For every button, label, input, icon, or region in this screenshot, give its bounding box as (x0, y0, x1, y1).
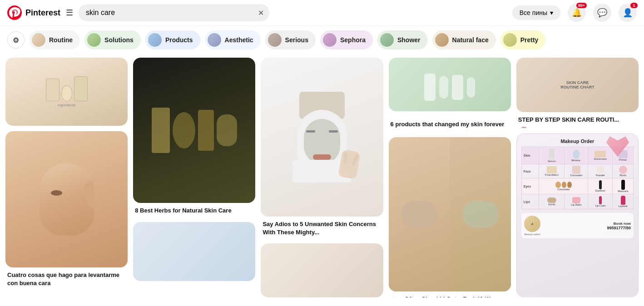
pin-card-facial[interactable]: How Often Should I Get a Facial? We Aske… (389, 137, 511, 297)
filter-chip-routine[interactable]: Routine (29, 30, 80, 49)
filter-chip-solutions[interactable]: Solutions (84, 30, 141, 49)
logo-text: Pinterest (25, 8, 60, 18)
pin-card-woman-mask[interactable]: Say Adios to 5 Unwanted Skin Concerns Wi… (261, 58, 383, 238)
notifications-badge: 99+ (576, 3, 587, 8)
pin-title-herbs: 8 Best Herbs for Natural Skin Care (135, 207, 253, 215)
sliders-icon: ⚙ (13, 36, 19, 44)
pin-text-woman-mask: Say Adios to 5 Unwanted Skin Concerns Wi… (261, 217, 383, 238)
chip-thumb-pretty (503, 33, 517, 47)
filter-chip-products[interactable]: Products (145, 30, 200, 49)
all-pins-button[interactable]: Все пины ▾ (512, 5, 560, 20)
column-2: 8 Best Herbs for Natural Skin Care (133, 58, 255, 297)
chip-thumb-sephora (323, 33, 337, 47)
filter-icon-button[interactable]: ⚙ (7, 31, 25, 49)
chip-thumb-serious (268, 33, 282, 47)
search-container: ✕ (79, 4, 269, 21)
pin-card-face-woman[interactable]: Cuatro cosas que hago para levantarme co… (5, 131, 128, 289)
chip-label-serious: Serious (285, 36, 308, 44)
filter-chip-sephora[interactable]: Sephora (320, 30, 373, 49)
pin-title-facial: How Often Should I Get a Facial? We Aske… (391, 295, 509, 297)
app-header: Pinterest ☰ ✕ Все пины ▾ 🔔 99+ 💬 👤 1 (0, 0, 644, 26)
author-avatar-lolitobar (518, 127, 529, 128)
chip-label-naturalface: Natural face (452, 36, 489, 44)
menu-icon[interactable]: ☰ (66, 8, 73, 18)
chip-thumb-routine (32, 33, 45, 47)
pinterest-logo-icon (7, 5, 22, 20)
pin-text-facial: How Often Should I Get a Facial? We Aske… (389, 291, 511, 297)
profile-badge: 1 (630, 3, 638, 8)
profile-icon: 👤 (623, 8, 633, 18)
search-input[interactable] (79, 4, 269, 21)
chip-thumb-naturalface (435, 33, 449, 47)
chevron-down-icon: ▾ (550, 9, 553, 16)
chip-thumb-products (148, 33, 162, 47)
pin-card-step-by-step[interactable]: SKIN CAREROUTINE CHART STEP BY STEP SKIN… (516, 58, 639, 128)
column-4: 6 products that changed my skin forever (389, 58, 511, 297)
pin-card-col2-bottom[interactable] (133, 222, 255, 281)
pin-title-6products: 6 products that changed my skin forever (391, 120, 509, 128)
chip-label-solutions: Solutions (104, 36, 134, 44)
column-5: SKIN CAREROUTINE CHART STEP BY STEP SKIN… (516, 58, 639, 297)
pin-grid: ingredients Cuatro cosas que hago para (0, 54, 644, 301)
pin-title-face-woman: Cuatro cosas que hago para levantarme co… (7, 271, 126, 287)
column-1: ingredients Cuatro cosas que hago para (5, 58, 128, 297)
filter-chip-shower[interactable]: Shower (377, 30, 428, 49)
column-3: Say Adios to 5 Unwanted Skin Concerns Wi… (261, 58, 383, 297)
bell-icon: 🔔 (572, 8, 582, 18)
chip-label-sephora: Sephora (340, 36, 366, 44)
pin-text-herbs: 8 Best Herbs for Natural Skin Care (133, 203, 255, 217)
pin-card-products-top[interactable] (389, 58, 511, 111)
logo[interactable]: Pinterest ☰ (7, 5, 73, 20)
pin-text-face-woman: Cuatro cosas que hago para levantarme co… (5, 267, 128, 289)
pin-card-makeup-order[interactable]: Makeup Order Skin Serum Moistur. Sunscre… (516, 133, 639, 297)
pin-text-step-by-step: STEP BY STEP SKIN CARE ROUTI... lolitoba… (516, 112, 639, 128)
chip-label-aesthetic: Aesthetic (225, 36, 253, 44)
chip-thumb-aesthetic (208, 33, 221, 47)
pin-title-step-by-step: STEP BY STEP SKIN CARE ROUTI... (518, 116, 637, 124)
notifications-button[interactable]: 🔔 99+ (568, 4, 586, 22)
chip-label-shower: Shower (397, 36, 421, 44)
pin-card-herbs[interactable]: 8 Best Herbs for Natural Skin Care (133, 58, 255, 217)
profile-button[interactable]: 👤 1 (619, 4, 637, 22)
filter-chip-serious[interactable]: Serious (265, 30, 316, 49)
pin-title-woman-mask: Say Adios to 5 Unwanted Skin Concerns Wi… (263, 220, 381, 237)
pin-card-ingredients[interactable]: ingredients (5, 58, 128, 126)
chip-thumb-solutions (87, 33, 101, 47)
header-actions: Все пины ▾ 🔔 99+ 💬 👤 1 (512, 4, 637, 22)
chip-label-products: Products (165, 36, 193, 44)
search-clear-icon[interactable]: ✕ (258, 9, 264, 17)
chip-thumb-shower (380, 33, 394, 47)
pin-card-6products[interactable]: 6 products that changed my skin forever (389, 117, 511, 132)
chip-label-routine: Routine (49, 36, 73, 44)
chat-icon: 💬 (597, 8, 607, 18)
filter-chip-naturalface[interactable]: Natural face (432, 30, 496, 49)
pin-author-step-by-step: lolitobar (518, 127, 637, 128)
messages-button[interactable]: 💬 (593, 4, 611, 22)
pin-card-col3-bottom[interactable] (261, 243, 383, 297)
chip-label-pretty: Pretty (520, 36, 539, 44)
filter-chip-pretty[interactable]: Pretty (500, 30, 546, 49)
filter-chip-aesthetic[interactable]: Aesthetic (205, 30, 261, 49)
filter-bar: ⚙ Routine Solutions Products Aesthetic S… (0, 26, 644, 54)
all-pins-label: Все пины (520, 9, 547, 16)
